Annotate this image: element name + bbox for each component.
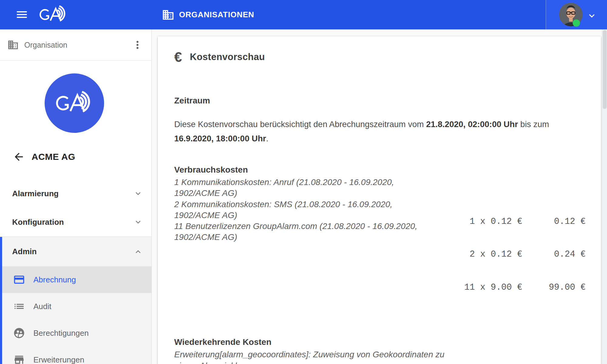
sidebar-item-berechtigungen[interactable]: Berechtigungen xyxy=(0,320,151,346)
sub-item-label: Erweiterungen xyxy=(33,355,84,364)
main-content: € Kostenvorschau Zeitraum Diese Kostenvo… xyxy=(152,29,607,364)
sidebar: Organisation ACME AG Alarmierung Konfigu… xyxy=(0,29,152,364)
active-section-accent-bar xyxy=(0,237,2,364)
card-title-row: € Kostenvorschau xyxy=(174,50,586,64)
sub-item-label: Audit xyxy=(33,302,51,311)
scrollbar-thumb[interactable] xyxy=(603,30,607,109)
credit-card-icon xyxy=(13,274,25,286)
verbrauchskosten-row: 1 Kommunikationskosten: Anruf (21.08.202… xyxy=(174,177,586,315)
sidebar-admin-section: Admin Abrechnung Audit Berechtigungen Er… xyxy=(0,237,151,364)
store-icon xyxy=(13,354,25,364)
amount-row: 1 x 0.12 €0.12 € xyxy=(464,216,586,227)
sub-item-label: Abrechnung xyxy=(33,275,76,285)
menu-icon[interactable] xyxy=(15,8,29,21)
cost-item-line: 1902/ACME AG) xyxy=(174,188,464,199)
org-name-row: ACME AG xyxy=(0,147,151,167)
verbrauchskosten-amounts: 1 x 0.12 €0.12 € 2 x 0.12 €0.24 € 11 x 9… xyxy=(464,194,586,315)
list-icon xyxy=(13,300,25,312)
cost-item-line: 1 Kommunikationskosten: Anruf (21.08.202… xyxy=(174,177,464,188)
card-title: Kostenvorschau xyxy=(190,52,265,62)
cost-preview-card: € Kostenvorschau Zeitraum Diese Kostenvo… xyxy=(158,36,601,364)
sidebar-org-header: Organisation xyxy=(0,29,151,61)
cost-item-line: 11 Benutzerlizenzen GroupAlarm.com (21.0… xyxy=(174,221,464,232)
sidebar-item-alarmierung[interactable]: Alarmierung xyxy=(0,179,151,208)
user-chevron-down-icon[interactable] xyxy=(586,10,597,21)
zeitraum-text: Diese Kostenvorschau berücksichtigt den … xyxy=(174,117,586,146)
wiederkehrende-items: Erweiterung[alarm_geocoordinates]: Zuwei… xyxy=(174,349,464,364)
scrollbar[interactable] xyxy=(602,29,607,364)
app-header: ORGANISATIONEN xyxy=(0,0,607,29)
chevron-up-icon[interactable] xyxy=(133,247,143,257)
verbrauchskosten-items: 1 Kommunikationskosten: Anruf (21.08.202… xyxy=(174,177,464,243)
more-vert-icon[interactable] xyxy=(131,39,144,51)
amount-row: 11 x 9.00 €99.00 € xyxy=(464,282,586,293)
sidebar-item-erweiterungen[interactable]: Erweiterungen xyxy=(0,346,151,364)
cost-item-line: 2 Kommunikationskosten: SMS (21.08.2020 … xyxy=(174,199,464,210)
euro-icon: € xyxy=(174,49,182,65)
back-arrow-icon[interactable] xyxy=(13,151,25,163)
section-heading-verbrauchskosten: Verbrauchskosten xyxy=(174,165,586,175)
sidebar-item-konfiguration[interactable]: Konfiguration xyxy=(0,208,151,236)
people-circle-icon xyxy=(13,327,25,339)
section-heading-zeitraum: Zeitraum xyxy=(174,96,586,106)
chevron-down-icon[interactable] xyxy=(133,189,143,198)
sidebar-item-admin[interactable]: Admin xyxy=(0,237,151,266)
cost-item-line: 1902/ACME AG) xyxy=(174,232,464,243)
nav-label: Konfiguration xyxy=(12,217,64,227)
page-title: ORGANISATIONEN xyxy=(179,10,254,19)
section-heading-wiederkehrende-kosten: Wiederkehrende Kosten xyxy=(174,337,586,347)
sub-item-label: Berechtigungen xyxy=(33,329,89,338)
organisation-label: Organisation xyxy=(24,41,67,49)
nav-label: Admin xyxy=(12,247,37,256)
sidebar-item-audit[interactable]: Audit xyxy=(0,293,151,320)
organizations-icon xyxy=(162,8,175,21)
cost-item-line: 1902/ACME AG) xyxy=(174,210,464,221)
cost-item-line: Erweiterung[alarm_geocoordinates]: Zuwei… xyxy=(174,349,464,364)
chevron-down-icon[interactable] xyxy=(133,217,143,227)
nav-label: Alarmierung xyxy=(12,189,59,198)
amount-row: 2 x 0.12 €0.24 € xyxy=(464,249,586,260)
ga-logo-icon xyxy=(38,5,69,24)
page-title-group: ORGANISATIONEN xyxy=(162,0,254,29)
org-logo xyxy=(45,73,104,133)
sidebar-item-abrechnung[interactable]: Abrechnung xyxy=(0,266,151,293)
ga-circle-logo-icon xyxy=(54,91,94,115)
online-status-dot xyxy=(573,19,580,27)
organisation-building-icon xyxy=(7,39,19,51)
org-name: ACME AG xyxy=(32,152,75,162)
wiederkehrende-row: Erweiterung[alarm_geocoordinates]: Zuwei… xyxy=(174,349,586,364)
